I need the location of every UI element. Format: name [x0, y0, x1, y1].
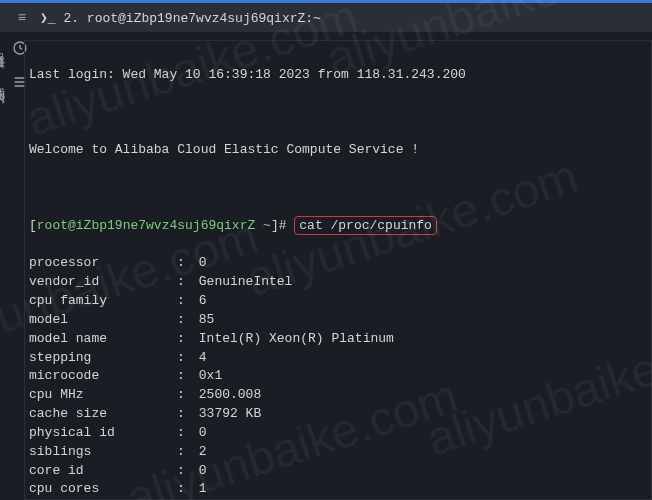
menu-icon[interactable]: ≡ [8, 4, 36, 32]
tab-bar: ≡ ❯_ 2. root@iZbp19ne7wvz4suj69qixrZ:~ [0, 0, 652, 32]
blank-line [29, 179, 647, 198]
cpuinfo-key: cpu family [29, 292, 177, 311]
cpuinfo-value: 4 [191, 349, 647, 368]
cpuinfo-colon: : [177, 254, 191, 273]
cpuinfo-value: 33792 KB [191, 405, 647, 424]
cpuinfo-value: 2500.008 [191, 386, 647, 405]
cpuinfo-colon: : [177, 480, 191, 499]
cpuinfo-colon: : [177, 424, 191, 443]
cpuinfo-key: cache size [29, 405, 177, 424]
terminal[interactable]: Last login: Wed May 10 16:39:18 2023 fro… [24, 40, 652, 500]
cpuinfo-value: 0 [191, 424, 647, 443]
cpuinfo-colon: : [177, 349, 191, 368]
blank-line [29, 104, 647, 123]
cpuinfo-colon: : [177, 367, 191, 386]
cpuinfo-value: 0x1 [191, 367, 647, 386]
prompt-path: ~ [263, 218, 271, 233]
cpuinfo-value: 2 [191, 443, 647, 462]
cpuinfo-value: Intel(R) Xeon(R) Platinum [191, 330, 647, 349]
cpuinfo-output: processor: 0vendor_id: GenuineIntelcpu f… [29, 254, 647, 500]
cpuinfo-key: physical id [29, 424, 177, 443]
cpuinfo-key: vendor_id [29, 273, 177, 292]
cpuinfo-value: 85 [191, 311, 647, 330]
cpuinfo-value: GenuineIntel [191, 273, 647, 292]
cpuinfo-key: core id [29, 462, 177, 481]
cpuinfo-row: microcode: 0x1 [29, 367, 647, 386]
prompt-icon: ❯_ [40, 11, 56, 26]
cpuinfo-colon: : [177, 292, 191, 311]
cpuinfo-row: physical id: 0 [29, 424, 647, 443]
cpuinfo-row: cpu MHz: 2500.008 [29, 386, 647, 405]
welcome-line: Welcome to Alibaba Cloud Elastic Compute… [29, 141, 647, 160]
cpuinfo-row: model name: Intel(R) Xeon(R) Platinum [29, 330, 647, 349]
cpuinfo-key: stepping [29, 349, 177, 368]
cpuinfo-row: cache size: 33792 KB [29, 405, 647, 424]
cpuinfo-row: vendor_id: GenuineIntel [29, 273, 647, 292]
cpuinfo-colon: : [177, 330, 191, 349]
sidebar-item-label: 我的实例 [0, 78, 6, 86]
cpuinfo-key: processor [29, 254, 177, 273]
cpuinfo-row: siblings: 2 [29, 443, 647, 462]
cpuinfo-key: cpu MHz [29, 386, 177, 405]
sidebar: 最近登录 我的实例 [0, 40, 22, 90]
cpuinfo-colon: : [177, 273, 191, 292]
tab-title-text: 2. root@iZbp19ne7wvz4suj69qixrZ:~ [63, 11, 320, 26]
last-login-line: Last login: Wed May 10 16:39:18 2023 fro… [29, 66, 647, 85]
prompt-line: [root@iZbp19ne7wvz4suj69qixrZ ~]# cat /p… [29, 217, 647, 236]
cpuinfo-value: 1 [191, 480, 647, 499]
cpuinfo-key: model name [29, 330, 177, 349]
cpuinfo-key: siblings [29, 443, 177, 462]
cpuinfo-row: model: 85 [29, 311, 647, 330]
cpuinfo-value: 0 [191, 462, 647, 481]
cpuinfo-row: stepping: 4 [29, 349, 647, 368]
cpuinfo-colon: : [177, 443, 191, 462]
cpuinfo-row: processor: 0 [29, 254, 647, 273]
cpuinfo-row: core id: 0 [29, 462, 647, 481]
cpuinfo-colon: : [177, 311, 191, 330]
cpuinfo-value: 0 [191, 254, 647, 273]
prompt-user-host: root@iZbp19ne7wvz4suj69qixrZ [37, 218, 255, 233]
cpuinfo-row: cpu family: 6 [29, 292, 647, 311]
cpuinfo-colon: : [177, 386, 191, 405]
cpuinfo-key: cpu cores [29, 480, 177, 499]
cpuinfo-colon: : [177, 405, 191, 424]
command-highlight: cat /proc/cpuinfo [294, 216, 437, 235]
cpuinfo-row: cpu cores: 1 [29, 480, 647, 499]
cpuinfo-key: model [29, 311, 177, 330]
cpuinfo-value: 6 [191, 292, 647, 311]
tab-title[interactable]: ❯_ 2. root@iZbp19ne7wvz4suj69qixrZ:~ [40, 10, 321, 26]
cpuinfo-colon: : [177, 462, 191, 481]
cpuinfo-key: microcode [29, 367, 177, 386]
sidebar-item-label: 最近登录 [0, 44, 6, 52]
